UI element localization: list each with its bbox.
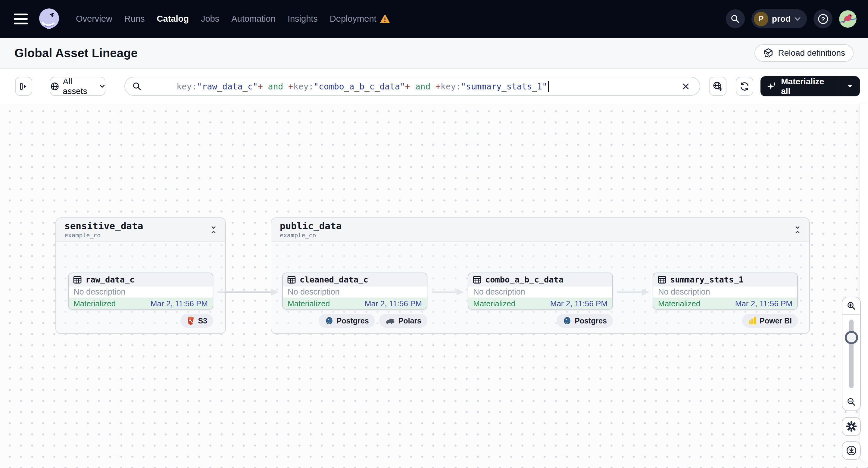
zoom-slider-track[interactable] (849, 319, 854, 388)
deployment-name: prod (772, 14, 790, 24)
zoom-out-button[interactable] (842, 393, 860, 410)
global-search-button[interactable] (726, 9, 745, 28)
deployment-initial: P (754, 12, 768, 26)
nav-item-deployment[interactable]: Deployment (330, 14, 376, 24)
chevron-down-icon (794, 17, 801, 21)
asset-status-row: Materialized Mar 2, 11:56 PM (283, 298, 427, 309)
kind-badge-label: Polars (399, 316, 421, 325)
kind-badge-s3: S3 (180, 314, 213, 327)
zoom-out-icon (847, 397, 856, 407)
reload-definitions-button[interactable]: Reload definitions (754, 44, 854, 62)
globe-plus-icon (712, 81, 723, 92)
warning-icon (380, 14, 390, 24)
asset-name: combo_a_b_c_data (485, 275, 563, 284)
sparkles-icon (767, 81, 777, 92)
table-icon (657, 275, 666, 284)
help-icon: ? (817, 13, 829, 25)
graph-settings-button[interactable] (842, 417, 861, 436)
materialization-timestamp: Mar 2, 11:56 PM (365, 299, 422, 308)
kind-badge-label: Postgres (575, 316, 607, 325)
nav-item-runs[interactable]: Runs (124, 14, 145, 24)
zoom-in-button[interactable] (842, 297, 860, 315)
page-title: Global Asset Lineage (14, 46, 137, 60)
kind-badge-label: S3 (198, 316, 207, 325)
page-header: Global Asset Lineage Reload definitions (0, 38, 868, 69)
asset-name: raw_data_c (86, 275, 135, 284)
query-text: key:"raw_data_c"+ and +key:"combo_a_b_c_… (146, 71, 549, 102)
s3-icon (186, 316, 195, 325)
table-icon (73, 275, 82, 284)
clear-query-button[interactable] (679, 80, 692, 93)
materialization-timestamp: Mar 2, 11:56 PM (151, 299, 208, 308)
open-left-panel-button[interactable] (15, 77, 32, 96)
menu-icon[interactable] (14, 13, 28, 24)
kind-badge-label: Postgres (337, 316, 369, 325)
group-location: example_co (280, 231, 809, 239)
nav-item-catalog[interactable]: Catalog (157, 14, 189, 24)
user-avatar[interactable] (839, 10, 857, 28)
refresh-button[interactable] (736, 77, 753, 96)
dagster-logo[interactable] (37, 7, 61, 31)
polars-icon (385, 317, 396, 325)
status-badge: Materialized (473, 299, 515, 308)
asset-node-combo-a-b-c-data[interactable]: combo_a_b_c_data No description Material… (468, 273, 613, 310)
lineage-canvas[interactable]: sensitive_data example_co public_data ex… (0, 104, 868, 468)
kind-badges-summary-stats-1: Power BI (653, 314, 798, 327)
status-badge: Materialized (288, 299, 330, 308)
materialize-all-label: Materialize all (781, 77, 833, 96)
zoom-controls (842, 297, 861, 411)
status-badge: Materialized (658, 299, 700, 308)
asset-node-cleaned-data-c[interactable]: cleaned_data_c No description Materializ… (282, 273, 427, 310)
status-badge: Materialized (73, 299, 116, 308)
nav-item-insights[interactable]: Insights (288, 14, 318, 24)
asset-node-summary-stats-1[interactable]: summary_stats_1 No description Materiali… (653, 273, 798, 310)
help-button[interactable]: ? (813, 9, 833, 28)
view-scope-button[interactable] (709, 77, 726, 96)
asset-query-input[interactable]: key:"raw_data_c"+ and +key:"combo_a_b_c_… (124, 77, 700, 96)
group-name: public_data (280, 221, 809, 231)
group-name: sensitive_data (64, 221, 225, 231)
close-icon (682, 82, 690, 91)
panel-expand-icon (19, 81, 29, 92)
materialize-all-button[interactable]: Materialize all (761, 76, 840, 96)
nav-item-jobs[interactable]: Jobs (201, 14, 219, 24)
asset-description: No description (468, 286, 612, 298)
top-navbar: Overview Runs Catalog Jobs Automation In… (0, 0, 868, 38)
group-header[interactable]: public_data example_co (271, 218, 809, 242)
group-location: example_co (64, 231, 225, 239)
asset-scope-label: All assets (63, 77, 96, 96)
nav-item-automation[interactable]: Automation (231, 14, 276, 24)
asset-name: cleaned_data_c (300, 275, 368, 284)
materialize-options-button[interactable] (840, 76, 860, 96)
kind-badge-power-bi: Power BI (742, 314, 798, 327)
kind-badge-postgres: Postgres (319, 314, 375, 327)
kind-badges-cleaned-data-c: Postgres Polars (282, 314, 427, 327)
refresh-icon (739, 81, 750, 92)
search-icon (731, 14, 740, 24)
zoom-slider[interactable] (842, 315, 860, 393)
nav-right-cluster: P prod ? (726, 9, 857, 28)
caret-down-icon (847, 84, 853, 88)
asset-description: No description (653, 286, 797, 298)
download-image-button[interactable] (842, 441, 861, 460)
deployment-switcher[interactable]: P prod (751, 9, 807, 28)
kind-badges-combo-a-b-c-data: Postgres (468, 314, 613, 327)
nav-item-overview[interactable]: Overview (76, 14, 112, 24)
postgres-icon (563, 316, 571, 325)
main-nav: Overview Runs Catalog Jobs Automation In… (76, 14, 390, 24)
asset-status-row: Materialized Mar 2, 11:56 PM (653, 298, 797, 309)
collapse-group-icon[interactable] (793, 225, 803, 235)
kind-badges-raw-data-c: S3 (68, 314, 213, 327)
asset-scope-dropdown[interactable]: All assets (50, 77, 105, 96)
asset-status-row: Materialized Mar 2, 11:56 PM (69, 298, 213, 309)
zoom-in-icon (847, 301, 856, 311)
asset-node-raw-data-c[interactable]: raw_data_c No description Materialized M… (68, 273, 213, 310)
zoom-slider-handle[interactable] (845, 331, 858, 344)
collapse-group-icon[interactable] (209, 225, 219, 235)
group-header[interactable]: sensitive_data example_co (56, 218, 225, 242)
search-icon (132, 82, 142, 91)
svg-text:?: ? (821, 15, 825, 22)
lineage-toolbar: All assets key:"raw_data_c"+ and +key:"c… (0, 69, 868, 104)
asset-description: No description (283, 286, 427, 298)
text-cursor (548, 81, 549, 92)
